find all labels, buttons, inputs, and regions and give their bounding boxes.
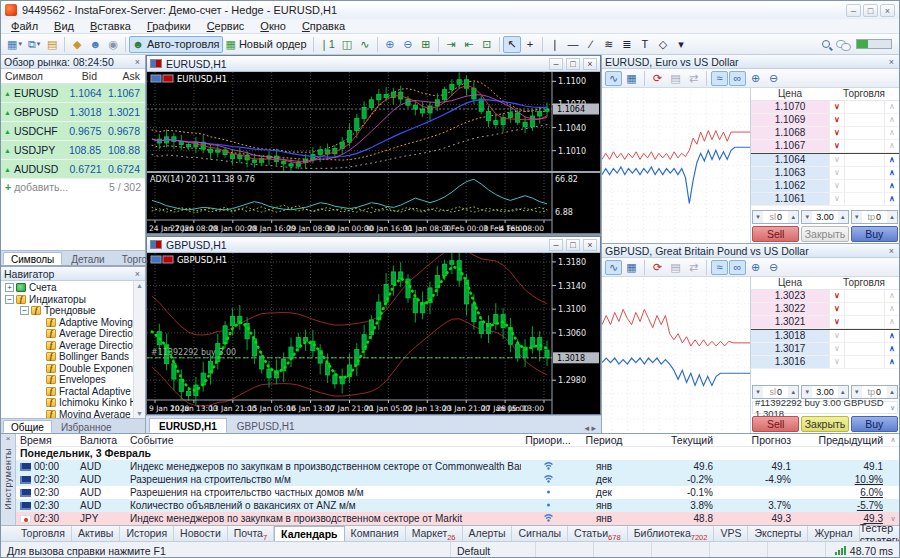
transfer-button[interactable]: ⇄ xyxy=(685,71,702,86)
community-button[interactable]: ☻ xyxy=(86,36,104,53)
toolbox-tab-библиотека[interactable]: Библиотека7202 xyxy=(628,526,715,542)
close-icon[interactable]: × xyxy=(6,434,11,446)
buy-chevron-icon[interactable]: ∧ xyxy=(884,154,899,166)
close-position-button[interactable]: Закрыть xyxy=(801,416,848,432)
spinner-up-icon[interactable]: ▴ xyxy=(788,211,798,223)
title-bar[interactable]: 9449562 - InstaForex-Server: Демо-счет -… xyxy=(1,1,899,19)
fibonacci-button[interactable]: ≣ xyxy=(618,36,636,53)
tree-item[interactable]: +Счета xyxy=(1,282,133,294)
tree-item[interactable]: fAdaptive Moving Av xyxy=(1,317,133,329)
buy-chevron-icon[interactable]: ∧ xyxy=(884,114,899,126)
toolbox-tab-почта[interactable]: Почта7 xyxy=(228,526,274,542)
navigator-tab-2[interactable]: Избранное xyxy=(53,420,120,433)
maximize-icon[interactable]: □ xyxy=(566,239,580,251)
sell-chevron-icon[interactable]: ∨ xyxy=(829,180,844,192)
menu-item[interactable]: Справка xyxy=(294,20,353,32)
spinner-down-icon[interactable]: ▾ xyxy=(852,211,862,223)
tree-item[interactable]: fMoving Average xyxy=(1,409,133,419)
buy-chevron-icon[interactable]: ∧ xyxy=(884,290,899,302)
sell-chevron-icon[interactable]: ∨ xyxy=(829,193,844,205)
spinner-up-icon[interactable]: ▴ xyxy=(838,211,848,223)
sell-chevron-icon[interactable]: ∨ xyxy=(829,343,844,355)
close-icon[interactable]: × xyxy=(887,246,896,256)
profiles-button[interactable]: ⧉▾ xyxy=(25,36,43,53)
dom-price-row[interactable]: 1.1064∨∧ xyxy=(751,154,899,167)
tree-item[interactable]: fIchimoku Kinko Hyo xyxy=(1,397,133,409)
expand-icon[interactable]: + xyxy=(5,283,14,292)
dom-price-row[interactable]: 1.1061∨∧ xyxy=(751,193,899,206)
search-icon[interactable] xyxy=(822,40,830,48)
gbpusd-chart[interactable]: #11392292 buy 3.001.31801.31401.31001.30… xyxy=(147,253,600,414)
minimize-button[interactable]: – xyxy=(846,4,861,17)
tree-item[interactable]: −fИндикаторы xyxy=(1,294,133,306)
take-profit-spinner[interactable]: ▾tp0▴ xyxy=(851,210,898,224)
eurusd-chart[interactable]: ADX(14) 20.21 11.38 9.7666.826.881.11001… xyxy=(147,72,600,233)
spinner-up-icon[interactable]: ▴ xyxy=(887,211,897,223)
stop-loss-spinner[interactable]: ▾sl0▴ xyxy=(752,210,799,224)
toolbox-tab-история[interactable]: История xyxy=(120,526,174,542)
menu-item[interactable]: Вид xyxy=(46,20,82,32)
community-chat-icon[interactable] xyxy=(836,40,850,49)
dom-price-row[interactable]: 1.3016∨∧ xyxy=(751,356,899,369)
buy-chevron-icon[interactable]: ∧ xyxy=(884,356,899,368)
sell-chevron-icon[interactable]: ∨ xyxy=(829,330,844,342)
toolbox-tab-журнал[interactable]: Журнал xyxy=(808,526,859,542)
objects-dropdown-button[interactable]: ▾ xyxy=(672,36,690,53)
new-chart-button[interactable]: ▦▾ xyxy=(4,36,25,53)
market-watch-toggle-button[interactable]: ▤ xyxy=(43,36,61,53)
vertical-line-button[interactable]: ❘ xyxy=(546,36,564,53)
buy-button[interactable]: Buy xyxy=(851,416,898,432)
sell-chevron-icon[interactable]: ∨ xyxy=(829,316,844,328)
toolbox-tab-торговля[interactable]: Торговля xyxy=(15,526,72,542)
dom-price-row[interactable]: 1.3018∨∧ xyxy=(751,330,899,343)
sell-chevron-icon[interactable]: ∨ xyxy=(829,290,844,302)
toolbox-tab-эксперты[interactable]: Эксперты xyxy=(748,526,808,542)
autotrade-button[interactable]: ☻Авто-торговля xyxy=(129,36,222,53)
chart-window-titlebar[interactable]: EURUSD,H1 – □ × xyxy=(147,56,600,72)
toolbox-tab-маркет[interactable]: Маркет26 xyxy=(406,526,463,542)
close-button[interactable]: × xyxy=(880,4,895,17)
buy-button[interactable]: Buy xyxy=(851,226,898,242)
close-icon[interactable]: × xyxy=(133,57,142,67)
dom-price-row[interactable]: 1.3022∨∧ xyxy=(751,303,899,316)
sell-chevron-icon[interactable]: ∨ xyxy=(829,140,844,152)
dom-tick-chart[interactable] xyxy=(602,88,751,243)
buy-chevron-icon[interactable]: ∧ xyxy=(884,316,899,328)
tree-item[interactable]: fAverage Directional xyxy=(1,328,133,340)
minimize-icon[interactable]: – xyxy=(549,58,563,70)
sell-chevron-icon[interactable]: ∨ xyxy=(829,127,844,139)
sell-chevron-icon[interactable]: ∨ xyxy=(829,167,844,179)
volume-spinner[interactable]: ▾3.00▴ xyxy=(801,210,848,224)
line-chart-mode-button[interactable]: ∿ xyxy=(356,36,374,53)
one-click-trading-button[interactable]: ≈ xyxy=(711,260,728,275)
sell-chevron-icon[interactable]: ∨ xyxy=(829,114,844,126)
market-watch-row[interactable]: ▲USDCHF0.96750.9678 xyxy=(1,122,145,141)
zoom-in-button[interactable]: ⊕ xyxy=(747,260,764,275)
collapse-icon[interactable]: − xyxy=(5,295,14,304)
menu-item[interactable]: Вставка xyxy=(82,20,139,32)
market-watch-row[interactable]: ▲EURUSD1.10641.1067 xyxy=(1,84,145,103)
trend-line-button[interactable]: ∕ xyxy=(582,36,600,53)
toolbox-tab-активы[interactable]: Активы xyxy=(72,526,121,542)
refresh-button[interactable]: ⟳ xyxy=(649,71,666,86)
buy-chevron-icon[interactable]: ∧ xyxy=(884,140,899,152)
spinner-down-icon[interactable]: ▾ xyxy=(802,211,812,223)
depth-grid-mode-button[interactable]: ▦ xyxy=(623,260,640,275)
toolbox-tab-новости[interactable]: Новости xyxy=(174,526,228,542)
sell-chevron-icon[interactable]: ∨ xyxy=(829,101,844,113)
toolbox-tab-статьи[interactable]: Статьи678 xyxy=(568,526,628,542)
text-label-button[interactable]: T xyxy=(636,36,654,53)
dom-price-row[interactable]: 1.3021∨∧ xyxy=(751,316,899,329)
market-watch-row[interactable]: ▲AUDUSD0.67210.6724 xyxy=(1,160,145,179)
dom-price-row[interactable]: 1.1063∨∧ xyxy=(751,167,899,180)
tick-chart-mode-button[interactable]: ∿ xyxy=(605,260,622,275)
navigator-tab-1[interactable]: Общие xyxy=(3,420,52,433)
menu-item[interactable]: Окно xyxy=(252,20,294,32)
menu-item[interactable]: Сервис xyxy=(199,20,253,32)
market-watch-add-row[interactable]: + добавить... 5 / 302 xyxy=(1,179,145,195)
calendar-row[interactable]: 02:30AUDКоличество объявлений о вакансия… xyxy=(16,499,899,512)
close-icon[interactable]: × xyxy=(583,239,597,251)
dom-price-row[interactable]: 1.1068∨∧ xyxy=(751,127,899,140)
navigator-scrollbar[interactable]: ▲▼ xyxy=(133,281,145,418)
buy-chevron-icon[interactable]: ∧ xyxy=(884,193,899,205)
